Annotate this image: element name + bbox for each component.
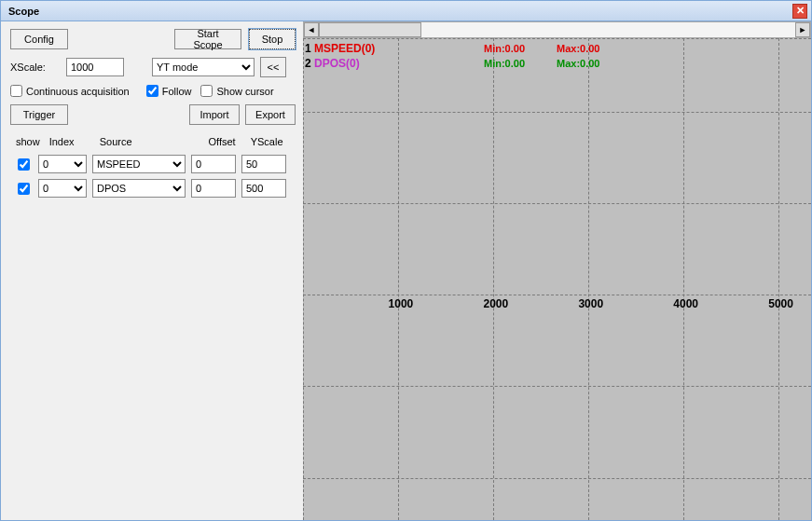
- collapse-button[interactable]: <<: [260, 57, 286, 77]
- plot-panel: ◄ ►: [303, 21, 811, 520]
- channel-index-select[interactable]: 0: [38, 179, 87, 198]
- scroll-left-button[interactable]: ◄: [304, 22, 319, 37]
- trace1-max: Max:0.00: [557, 42, 599, 55]
- stop-button[interactable]: Stop: [249, 29, 296, 49]
- follow-checkbox[interactable]: Follow: [146, 85, 192, 97]
- table-row: 0 MSPEED: [12, 153, 288, 175]
- trigger-button[interactable]: Trigger: [10, 104, 68, 125]
- close-button[interactable]: ✕: [792, 4, 807, 19]
- col-yscale: YScale: [241, 134, 290, 149]
- continuous-acq-checkbox[interactable]: Continuous acquisition: [10, 85, 130, 97]
- continuous-acq-label: Continuous acquisition: [26, 86, 130, 97]
- col-show: show: [12, 134, 44, 149]
- trace1-min: Min:0.00: [484, 42, 525, 55]
- mode-select[interactable]: YT mode: [152, 58, 255, 76]
- show-cursor-label: Show cursor: [216, 86, 273, 97]
- xscale-input[interactable]: [66, 58, 124, 76]
- close-icon: ✕: [796, 5, 805, 17]
- xaxis-tick: 1000: [389, 297, 414, 310]
- xaxis-tick: 2000: [483, 297, 508, 310]
- channel-index-select[interactable]: 0: [38, 155, 87, 173]
- col-offset: Offset: [191, 134, 240, 149]
- scroll-right-button[interactable]: ►: [795, 22, 810, 37]
- horizontal-scrollbar[interactable]: ◄ ►: [303, 21, 811, 38]
- channel-source-select[interactable]: DPOS: [92, 179, 186, 198]
- control-panel: Config Start Scope Stop XScale: YT mode …: [1, 21, 303, 520]
- scroll-thumb[interactable]: [319, 22, 421, 37]
- channel-table: 0 MSPEED 0 DPOS: [10, 151, 290, 201]
- xscale-label: XScale:: [10, 62, 66, 73]
- channel-yscale-input[interactable]: [241, 179, 286, 198]
- trace2-max: Max:0.00: [557, 57, 599, 70]
- xaxis-tick: 5000: [768, 297, 793, 310]
- show-cursor-checkbox[interactable]: Show cursor: [200, 85, 273, 97]
- scroll-track[interactable]: [319, 22, 795, 37]
- xaxis-tick: 4000: [673, 297, 698, 310]
- table-row: 0 DPOS: [12, 177, 288, 199]
- titlebar: Scope ✕: [1, 1, 811, 21]
- follow-label: Follow: [162, 86, 192, 97]
- trace1-num: 1: [305, 42, 311, 55]
- import-button[interactable]: Import: [189, 104, 240, 125]
- channel-source-select[interactable]: MSPEED: [92, 155, 186, 173]
- export-button[interactable]: Export: [245, 104, 296, 125]
- channel-show-checkbox[interactable]: [18, 183, 30, 195]
- trace2-min: Min:0.00: [484, 57, 525, 70]
- scope-window: Scope ✕ Config Start Scope Stop XScale: …: [0, 0, 812, 521]
- trace2-num: 2: [305, 57, 311, 70]
- config-button[interactable]: Config: [10, 29, 68, 49]
- xaxis-tick: 3000: [578, 297, 603, 310]
- channels-header: show Index Source Offset YScale: [10, 132, 292, 151]
- trace1-name: MSPEED(0): [314, 42, 375, 55]
- channel-offset-input[interactable]: [191, 155, 236, 173]
- col-index: Index: [46, 134, 94, 149]
- plot-area[interactable]: 1 MSPEED(0) Min:0.00 Max:0.00 2 DPOS(0) …: [303, 38, 811, 520]
- col-source: Source: [96, 134, 189, 149]
- window-title: Scope: [5, 6, 39, 17]
- channel-offset-input[interactable]: [191, 179, 236, 198]
- channel-yscale-input[interactable]: [241, 155, 286, 173]
- channel-show-checkbox[interactable]: [18, 158, 30, 171]
- trace2-name: DPOS(0): [314, 57, 360, 70]
- body: Config Start Scope Stop XScale: YT mode …: [1, 21, 811, 520]
- start-scope-button[interactable]: Start Scope: [174, 29, 241, 49]
